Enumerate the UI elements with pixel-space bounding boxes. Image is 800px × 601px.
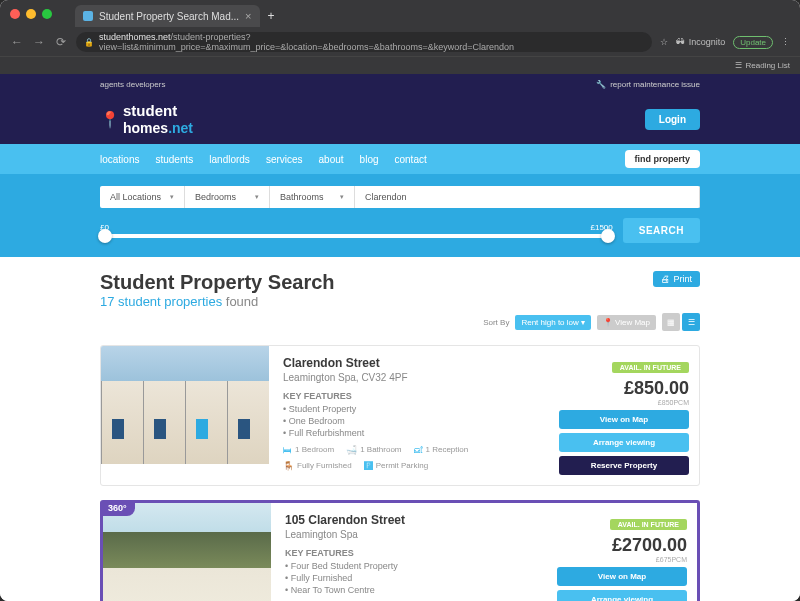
slider-thumb-max[interactable]: [601, 229, 615, 243]
location-select[interactable]: All Locations▾: [100, 186, 185, 208]
page-title: Student Property Search: [100, 271, 335, 294]
sortby-label: Sort By: [483, 318, 509, 327]
star-icon[interactable]: ☆: [660, 37, 668, 47]
search-button[interactable]: SEARCH: [623, 218, 700, 243]
availability-badge: AVAIL. IN FUTURE: [610, 519, 687, 530]
bathrooms-select[interactable]: Bathrooms▾: [270, 186, 355, 208]
lock-icon: 🔒: [84, 38, 94, 47]
view-on-map-button[interactable]: View on Map: [559, 410, 689, 429]
top-links[interactable]: agents developers: [100, 80, 165, 89]
feature-item: Fully Furnished: [285, 572, 543, 584]
availability-badge: AVAIL. IN FUTURE: [612, 362, 689, 373]
menu-icon[interactable]: ⋮: [781, 37, 790, 47]
filter-row: All Locations▾ Bedrooms▾ Bathrooms▾ Clar…: [100, 186, 700, 208]
reading-list-icon[interactable]: ☰: [735, 61, 742, 70]
price-slider[interactable]: £0 £1500: [100, 223, 613, 238]
maintenance-link[interactable]: 🔧 report maintenance issue: [596, 80, 700, 89]
logo[interactable]: 📍 student homes.net: [100, 102, 193, 136]
back-button[interactable]: ←: [10, 35, 24, 49]
nav-contact[interactable]: contact: [395, 154, 427, 165]
furn-icon: 🪑: [283, 461, 294, 471]
incognito-badge[interactable]: 🕶 Incognito: [676, 37, 726, 47]
key-features-label: KEY FEATURES: [283, 391, 545, 401]
pin-icon: 📍: [603, 318, 613, 327]
spec-item: 🅿Permit Parking: [364, 461, 428, 471]
property-image[interactable]: 360°: [103, 503, 271, 601]
nav-about[interactable]: about: [319, 154, 344, 165]
view-on-map-button[interactable]: View on Map: [557, 567, 687, 586]
address-bar: ← → ⟳ 🔒 studenthomes.net/student-propert…: [0, 28, 800, 56]
bedrooms-select[interactable]: Bedrooms▾: [185, 186, 270, 208]
key-features-label: KEY FEATURES: [285, 548, 543, 558]
feature-item: One Bedroom: [283, 415, 545, 427]
favicon-icon: [83, 11, 93, 21]
spec-item: 🛁1 Bathroom: [346, 445, 401, 455]
feature-item: Near To Town Centre: [285, 584, 543, 596]
spec-item: 🛋1 Reception: [414, 445, 469, 455]
top-strip: agents developers 🔧 report maintenance i…: [0, 74, 800, 94]
nav-blog[interactable]: blog: [360, 154, 379, 165]
chevron-down-icon: ▾: [581, 318, 585, 327]
incognito-icon: 🕶: [676, 37, 685, 47]
wrench-icon: 🔧: [596, 80, 606, 89]
login-button[interactable]: Login: [645, 109, 700, 130]
feature-item: Full Refurbishment: [283, 427, 545, 439]
nav-students[interactable]: students: [155, 154, 193, 165]
site-header: 📍 student homes.net Login: [0, 94, 800, 144]
update-button[interactable]: Update: [733, 36, 773, 49]
browser-titlebar: Student Property Search Mad... × +: [0, 0, 800, 28]
print-icon: 🖨: [661, 274, 670, 284]
find-property-button[interactable]: find property: [625, 150, 701, 168]
sort-select[interactable]: Rent high to low ▾: [515, 315, 591, 330]
badge-360: 360°: [100, 500, 135, 516]
listing-row: 360° 105 Clarendon Street Leamington Spa…: [100, 500, 700, 601]
result-count: 17 student properties: [100, 294, 222, 309]
new-tab-button[interactable]: +: [260, 5, 283, 27]
bookmark-bar: ☰ Reading List: [0, 56, 800, 74]
property-location: Leamington Spa, CV32 4PF: [283, 372, 545, 383]
arrange-viewing-button[interactable]: Arrange viewing: [557, 590, 687, 601]
nav-services[interactable]: services: [266, 154, 303, 165]
nav-landlords[interactable]: landlords: [209, 154, 250, 165]
forward-button[interactable]: →: [32, 35, 46, 49]
park-icon: 🅿: [364, 461, 373, 471]
minimize-window[interactable]: [26, 9, 36, 19]
price-pcm: £850PCM: [559, 399, 689, 406]
browser-tab[interactable]: Student Property Search Mad... ×: [75, 5, 260, 27]
url-input[interactable]: 🔒 studenthomes.net/student-properties?vi…: [76, 32, 652, 52]
maximize-window[interactable]: [42, 9, 52, 19]
chevron-down-icon: ▾: [170, 193, 174, 201]
print-button[interactable]: 🖨 Print: [653, 271, 700, 287]
results-area: Student Property Search 17 student prope…: [0, 257, 800, 601]
grid-view-toggle[interactable]: ▦: [662, 313, 680, 331]
spec-item: 🛏1 Bedroom: [283, 445, 334, 455]
chevron-down-icon: ▾: [255, 193, 259, 201]
arrange-viewing-button[interactable]: Arrange viewing: [559, 433, 689, 452]
slider-thumb-min[interactable]: [98, 229, 112, 243]
property-image[interactable]: [101, 346, 269, 464]
property-name[interactable]: Clarendon Street: [283, 356, 545, 370]
property-name[interactable]: 105 Clarendon Street: [285, 513, 543, 527]
bath-icon: 🛁: [346, 445, 357, 455]
search-panel: All Locations▾ Bedrooms▾ Bathrooms▾ Clar…: [0, 174, 800, 257]
property-location: Leamington Spa: [285, 529, 543, 540]
reserve-property-button[interactable]: Reserve Property: [559, 456, 689, 475]
reading-list-link[interactable]: Reading List: [746, 61, 790, 70]
view-map-button[interactable]: 📍View Map: [597, 315, 656, 330]
close-tab-icon[interactable]: ×: [245, 10, 251, 22]
reload-button[interactable]: ⟳: [54, 35, 68, 49]
feature-item: Student Property: [283, 403, 545, 415]
pin-icon: 📍: [100, 110, 120, 129]
chevron-down-icon: ▾: [340, 193, 344, 201]
price-pcm: £675PCM: [557, 556, 687, 563]
found-label: found: [226, 294, 259, 309]
close-window[interactable]: [10, 9, 20, 19]
listing-row: Clarendon Street Leamington Spa, CV32 4P…: [100, 345, 700, 486]
nav-locations[interactable]: locations: [100, 154, 139, 165]
keyword-input[interactable]: Clarendon: [355, 186, 700, 208]
property-price: £850.00: [559, 378, 689, 399]
bed-icon: 🛏: [283, 445, 292, 455]
property-price: £2700.00: [557, 535, 687, 556]
main-nav: locations students landlords services ab…: [0, 144, 800, 174]
list-view-toggle[interactable]: ☰: [682, 313, 700, 331]
